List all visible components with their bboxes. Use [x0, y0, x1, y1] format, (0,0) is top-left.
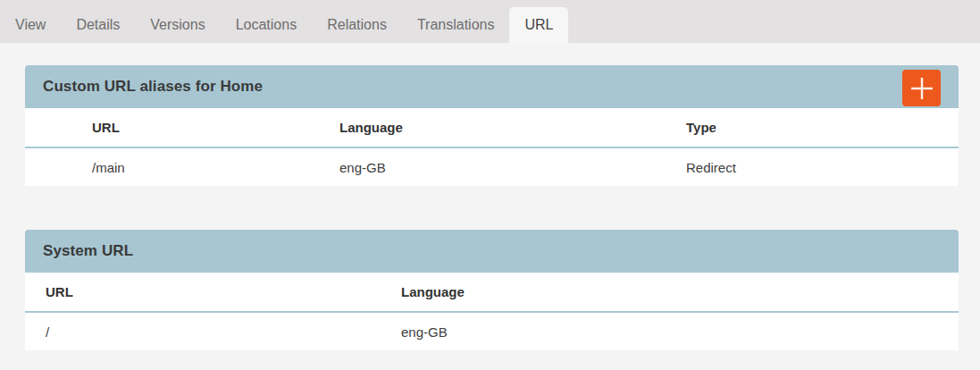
- system-url-panel: System URL URL Language / eng-GB: [25, 230, 959, 350]
- tab-locations[interactable]: Locations: [221, 7, 313, 43]
- content-area: Custom URL aliases for Home URL Language…: [25, 65, 959, 350]
- column-header-url: URL: [25, 108, 339, 147]
- custom-url-aliases-panel: Custom URL aliases for Home URL Language…: [25, 65, 959, 186]
- cell-url: /: [25, 312, 401, 350]
- tab-details[interactable]: Details: [61, 7, 135, 43]
- system-url-header-row: URL Language: [25, 273, 959, 312]
- system-url-header: System URL: [25, 230, 959, 273]
- column-header-type: Type: [686, 108, 959, 147]
- add-url-alias-button[interactable]: [902, 70, 941, 106]
- cell-type: Redirect: [686, 147, 959, 186]
- panel-title: System URL: [43, 242, 133, 260]
- tab-relations[interactable]: Relations: [312, 7, 402, 43]
- table-row: /main eng-GB Redirect: [25, 147, 959, 186]
- cell-language: eng-GB: [401, 312, 959, 350]
- column-header-url: URL: [25, 273, 401, 312]
- system-url-table: URL Language / eng-GB: [25, 273, 959, 350]
- custom-aliases-header-row: URL Language Type: [25, 108, 959, 147]
- tab-bar: View Details Versions Locations Relation…: [0, 0, 980, 43]
- tab-url[interactable]: URL: [509, 7, 568, 43]
- plus-icon: [909, 76, 934, 101]
- custom-url-aliases-header: Custom URL aliases for Home: [25, 65, 959, 108]
- table-row: / eng-GB: [25, 312, 959, 350]
- cell-url: /main: [25, 147, 339, 186]
- column-header-language: Language: [401, 273, 959, 312]
- cell-language: eng-GB: [339, 147, 686, 186]
- tab-view[interactable]: View: [0, 7, 61, 43]
- custom-aliases-table: URL Language Type /main eng-GB Redirect: [25, 108, 959, 186]
- tab-versions[interactable]: Versions: [135, 7, 220, 43]
- column-header-language: Language: [339, 108, 686, 147]
- panel-title: Custom URL aliases for Home: [43, 78, 263, 96]
- tab-translations[interactable]: Translations: [402, 7, 510, 43]
